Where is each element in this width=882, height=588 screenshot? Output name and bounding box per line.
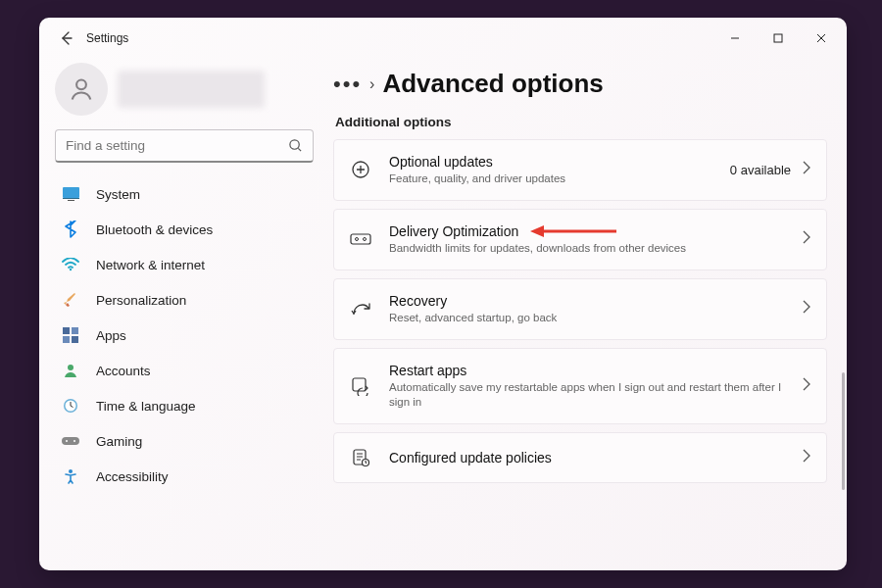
gamepad-icon bbox=[61, 431, 80, 451]
search-input[interactable] bbox=[66, 138, 288, 153]
profile[interactable] bbox=[55, 63, 314, 116]
nav-label: System bbox=[96, 187, 140, 202]
svg-rect-9 bbox=[63, 336, 70, 343]
chevron-right-icon bbox=[803, 377, 810, 395]
svg-point-2 bbox=[290, 140, 299, 149]
person-icon bbox=[61, 361, 80, 380]
nav-label: Apps bbox=[96, 328, 126, 343]
maximize-icon bbox=[773, 33, 783, 43]
bluetooth-icon bbox=[61, 220, 80, 239]
breadcrumb-more-button[interactable]: ••• bbox=[333, 72, 362, 97]
sidebar-item-network[interactable]: Network & internet bbox=[55, 247, 314, 282]
search-icon bbox=[288, 138, 303, 153]
card-configured-update-policies[interactable]: Configured update policies bbox=[333, 432, 827, 483]
close-icon bbox=[816, 33, 826, 43]
chevron-right-icon bbox=[803, 300, 810, 318]
svg-rect-19 bbox=[351, 234, 370, 244]
nav-label: Personalization bbox=[96, 293, 186, 308]
card-title: Configured update policies bbox=[389, 450, 803, 466]
settings-window: Settings System bbox=[39, 18, 847, 570]
sidebar-item-apps[interactable]: Apps bbox=[55, 318, 314, 353]
svg-rect-14 bbox=[62, 437, 79, 445]
sidebar-item-system[interactable]: System bbox=[55, 176, 314, 212]
svg-point-1 bbox=[76, 79, 86, 89]
sidebar: System Bluetooth & devices Network & int… bbox=[39, 59, 329, 570]
nav-label: Gaming bbox=[96, 434, 142, 449]
card-optional-updates[interactable]: Optional updates Feature, quality, and d… bbox=[333, 139, 827, 201]
close-button[interactable] bbox=[800, 24, 843, 53]
card-title: Delivery Optimization bbox=[389, 223, 803, 239]
svg-rect-7 bbox=[63, 327, 70, 334]
page-title: Advanced options bbox=[382, 69, 603, 99]
svg-point-21 bbox=[364, 238, 367, 241]
card-title: Restart apps bbox=[389, 363, 803, 378]
profile-name-blurred bbox=[118, 71, 265, 108]
avatar bbox=[55, 63, 108, 116]
card-restart-apps[interactable]: Restart apps Automatically save my resta… bbox=[333, 348, 827, 424]
nav-label: Accessibility bbox=[96, 469, 169, 484]
card-recovery[interactable]: Recovery Reset, advanced startup, go bac… bbox=[333, 278, 827, 340]
nav: System Bluetooth & devices Network & int… bbox=[55, 176, 314, 494]
restart-apps-icon bbox=[350, 375, 371, 397]
minimize-icon bbox=[730, 33, 740, 43]
card-title: Recovery bbox=[389, 293, 803, 309]
sidebar-item-accessibility[interactable]: Accessibility bbox=[55, 459, 314, 494]
svg-point-6 bbox=[70, 269, 72, 270]
chevron-right-icon bbox=[803, 161, 810, 178]
brush-icon bbox=[61, 290, 80, 310]
card-delivery-optimization[interactable]: Delivery Optimization Bandwidth limits f… bbox=[333, 209, 827, 270]
nav-label: Bluetooth & devices bbox=[96, 222, 213, 237]
chevron-right-icon bbox=[803, 449, 810, 466]
plus-circle-icon bbox=[350, 159, 371, 180]
card-extra-text: 0 available bbox=[730, 163, 791, 177]
chevron-right-icon: › bbox=[369, 75, 374, 93]
minimize-button[interactable] bbox=[713, 24, 757, 53]
svg-rect-5 bbox=[68, 200, 74, 201]
svg-point-15 bbox=[66, 440, 68, 442]
delivery-icon bbox=[350, 228, 371, 250]
nav-label: Accounts bbox=[96, 364, 151, 378]
card-subtitle: Reset, advanced startup, go back bbox=[389, 311, 803, 325]
card-title: Optional updates bbox=[389, 154, 730, 170]
clock-icon bbox=[61, 396, 80, 416]
svg-point-17 bbox=[69, 469, 73, 473]
card-subtitle: Bandwidth limits for updates, downloads … bbox=[389, 241, 803, 256]
monitor-icon bbox=[61, 184, 80, 204]
wifi-icon bbox=[61, 255, 80, 274]
svg-rect-8 bbox=[72, 327, 78, 334]
scrollbar-thumb[interactable] bbox=[842, 372, 845, 490]
sidebar-item-bluetooth[interactable]: Bluetooth & devices bbox=[55, 212, 314, 247]
accessibility-icon bbox=[61, 466, 80, 486]
sidebar-item-personalization[interactable]: Personalization bbox=[55, 282, 314, 318]
card-subtitle: Feature, quality, and driver updates bbox=[389, 172, 730, 186]
svg-point-16 bbox=[74, 440, 75, 442]
person-icon bbox=[68, 75, 95, 103]
window-title: Settings bbox=[86, 31, 128, 45]
svg-rect-10 bbox=[72, 336, 78, 343]
sidebar-item-gaming[interactable]: Gaming bbox=[55, 423, 314, 459]
breadcrumb: ••• › Advanced options bbox=[333, 69, 827, 99]
chevron-right-icon bbox=[803, 230, 810, 248]
sidebar-item-accounts[interactable]: Accounts bbox=[55, 353, 314, 388]
section-header: Additional options bbox=[335, 115, 827, 129]
search-box[interactable] bbox=[55, 129, 314, 163]
nav-label: Network & internet bbox=[96, 258, 205, 272]
svg-point-11 bbox=[68, 365, 74, 370]
recovery-icon bbox=[350, 298, 371, 319]
arrow-left-icon bbox=[59, 30, 74, 46]
svg-rect-0 bbox=[774, 34, 782, 42]
svg-point-20 bbox=[356, 238, 359, 241]
apps-icon bbox=[61, 325, 80, 345]
card-subtitle: Automatically save my restartable apps w… bbox=[389, 380, 803, 410]
main-panel: ••• › Advanced options Additional option… bbox=[329, 59, 847, 570]
nav-label: Time & language bbox=[96, 399, 196, 414]
maximize-button[interactable] bbox=[757, 24, 800, 53]
svg-rect-3 bbox=[63, 187, 79, 198]
titlebar: Settings bbox=[39, 18, 847, 59]
back-button[interactable] bbox=[53, 24, 80, 52]
svg-rect-4 bbox=[63, 198, 79, 199]
sidebar-item-time-language[interactable]: Time & language bbox=[55, 388, 314, 423]
policy-icon bbox=[350, 447, 371, 468]
